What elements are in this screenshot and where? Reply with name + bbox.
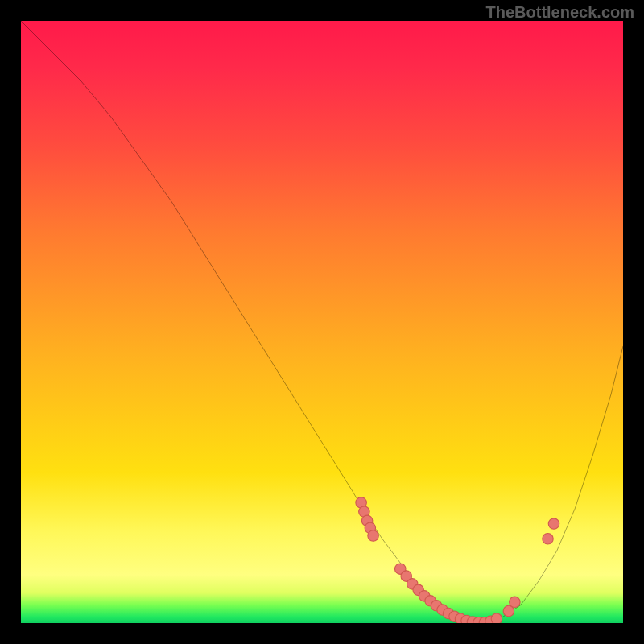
chart-plot-area	[21, 21, 623, 623]
scatter-point	[510, 597, 520, 607]
scatter-point	[543, 534, 553, 544]
bottleneck-curve	[21, 21, 623, 623]
chart-svg	[21, 21, 623, 623]
scatter-point	[368, 530, 378, 541]
scatter-point	[491, 613, 502, 623]
watermark-text: TheBottleneck.com	[486, 3, 634, 22]
scatter-points	[356, 497, 559, 623]
scatter-point	[548, 518, 559, 529]
